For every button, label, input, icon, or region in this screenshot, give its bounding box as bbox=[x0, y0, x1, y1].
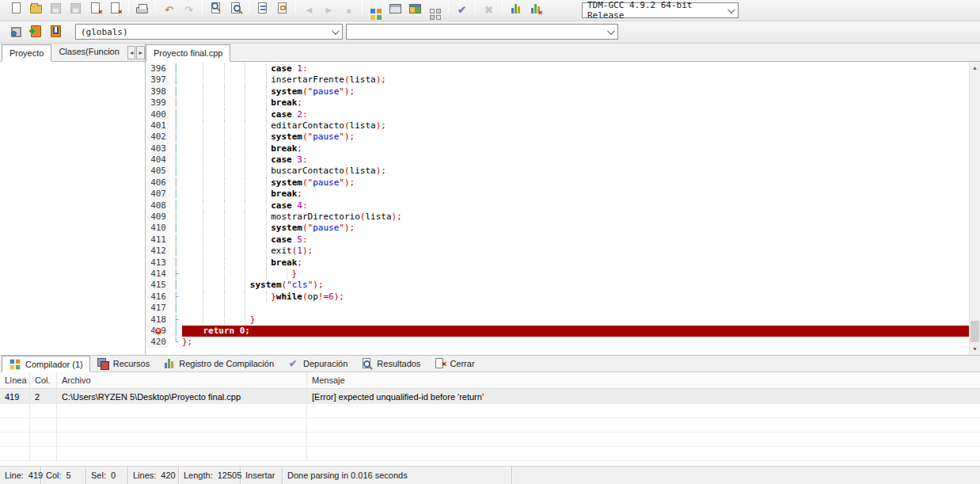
code-line-416[interactable]: 416├}while(op!=6); bbox=[146, 292, 969, 303]
code-line-405[interactable]: 405│buscarContacto(lista); bbox=[146, 166, 969, 177]
gutter-line-number[interactable]: 398 bbox=[146, 86, 169, 97]
report-tab-compile-log[interactable]: Registro de Compilación bbox=[156, 355, 280, 372]
gutter-line-number[interactable]: 411 bbox=[146, 234, 169, 246]
gutter-line-number[interactable]: 408 bbox=[146, 200, 169, 212]
compile-button[interactable] bbox=[366, 6, 386, 23]
fold-margin[interactable]: │ bbox=[169, 223, 182, 234]
compile-run-button[interactable] bbox=[405, 0, 425, 17]
gutter-line-number[interactable]: 413 bbox=[146, 257, 169, 269]
insert-button[interactable] bbox=[6, 24, 26, 41]
gutter-line-number[interactable]: 402 bbox=[146, 131, 169, 143]
class-browser-member-combo[interactable] bbox=[346, 24, 618, 40]
code-line-418[interactable]: 418├} bbox=[146, 314, 969, 326]
fold-margin[interactable]: │ bbox=[169, 234, 182, 246]
fold-margin[interactable]: │ bbox=[169, 166, 182, 177]
tab-clases-funciones[interactable]: Clases(Funcion bbox=[51, 44, 126, 61]
open-button[interactable] bbox=[26, 0, 46, 17]
code-line-398[interactable]: 398│system("pause"); bbox=[146, 86, 969, 97]
find-button[interactable] bbox=[206, 0, 226, 17]
fold-margin[interactable]: │ bbox=[169, 177, 182, 189]
goto-bookmarks-button[interactable] bbox=[46, 23, 66, 40]
code-line-396[interactable]: 396│case 1: bbox=[146, 63, 969, 74]
code-line-410[interactable]: 410│system("pause"); bbox=[146, 223, 969, 234]
code-line-400[interactable]: 400│case 2: bbox=[146, 109, 969, 120]
find-in-files-button[interactable] bbox=[226, 0, 245, 17]
profile-button[interactable] bbox=[506, 0, 526, 17]
gutter-line-number[interactable]: 409 bbox=[146, 212, 169, 223]
goto-function-button[interactable] bbox=[272, 0, 292, 17]
fold-margin[interactable]: │ bbox=[169, 200, 182, 212]
fold-margin[interactable]: │ bbox=[169, 143, 182, 154]
scroll-down-icon[interactable]: ▼ bbox=[970, 343, 980, 355]
scrollbar-thumb[interactable] bbox=[971, 321, 979, 342]
gutter-line-number[interactable]: 407 bbox=[146, 189, 169, 200]
tab-proyecto[interactable]: Proyecto bbox=[2, 44, 51, 62]
fold-margin[interactable]: │ bbox=[169, 97, 182, 109]
gutter-line-number[interactable]: 403 bbox=[146, 143, 169, 154]
fold-margin[interactable]: │ bbox=[169, 74, 182, 86]
gutter-line-number[interactable]: 399 bbox=[146, 97, 169, 109]
gutter-line-number[interactable]: 419 bbox=[146, 326, 169, 337]
code-line-417[interactable]: 417│ bbox=[146, 303, 969, 314]
gutter-line-number[interactable]: 414 bbox=[146, 269, 169, 280]
gutter-line-number[interactable]: 404 bbox=[146, 154, 169, 166]
code-line-408[interactable]: 408│case 4: bbox=[146, 200, 969, 212]
gutter-line-number[interactable]: 412 bbox=[146, 246, 169, 257]
new-file-button[interactable] bbox=[6, 0, 26, 17]
gutter-line-number[interactable]: 416 bbox=[146, 292, 169, 303]
scroll-up-icon[interactable]: ▲ bbox=[970, 62, 980, 74]
gutter-line-number[interactable]: 418 bbox=[146, 314, 169, 326]
gutter-line-number[interactable]: 417 bbox=[146, 303, 169, 314]
code-line-401[interactable]: 401│editarContacto(lista); bbox=[146, 120, 969, 131]
gutter-line-number[interactable]: 410 bbox=[146, 223, 169, 234]
gutter-line-number[interactable]: 420 bbox=[146, 337, 169, 348]
fold-margin[interactable]: │ bbox=[169, 120, 182, 131]
gutter-line-number[interactable]: 400 bbox=[146, 109, 169, 120]
class-browser-scope-combo[interactable]: (globals) bbox=[75, 24, 343, 40]
code-line-397[interactable]: 397│insertarFrente(lista); bbox=[146, 74, 969, 86]
goto-line-button[interactable] bbox=[253, 0, 272, 17]
tab-proyecto-final-cpp[interactable]: Proyecto final.cpp bbox=[146, 44, 230, 62]
code-line-414[interactable]: 414├} bbox=[146, 269, 969, 280]
fold-margin[interactable]: ├ bbox=[169, 314, 182, 326]
close-button[interactable]: × bbox=[85, 0, 105, 17]
code-line-419[interactable]: 419│return 0; bbox=[146, 326, 969, 337]
fold-margin[interactable]: │ bbox=[169, 189, 182, 200]
fold-margin[interactable]: │ bbox=[169, 257, 182, 269]
fold-margin[interactable]: │ bbox=[169, 280, 182, 291]
syntax-check-button[interactable]: ✔ bbox=[452, 2, 472, 19]
code-line-404[interactable]: 404│case 3: bbox=[146, 154, 969, 166]
run-button[interactable] bbox=[386, 0, 405, 17]
fold-margin[interactable]: │ bbox=[169, 131, 182, 143]
fold-margin[interactable]: └ bbox=[169, 337, 182, 348]
fold-margin[interactable]: ├ bbox=[169, 292, 182, 303]
code-editor[interactable]: 396│case 1:397│insertarFrente(lista);398… bbox=[146, 62, 980, 355]
code-line-399[interactable]: 399│break; bbox=[146, 97, 969, 109]
fold-margin[interactable]: │ bbox=[169, 212, 182, 223]
code-line-406[interactable]: 406│system("pause"); bbox=[146, 177, 969, 189]
fold-margin[interactable]: │ bbox=[169, 303, 182, 314]
code-line-415[interactable]: 415│system("cls"); bbox=[146, 280, 969, 291]
fold-margin[interactable]: │ bbox=[169, 63, 182, 74]
fold-margin[interactable]: │ bbox=[169, 154, 182, 166]
gutter-line-number[interactable]: 401 bbox=[146, 120, 169, 131]
editor-vertical-scrollbar[interactable]: ▲ ▼ bbox=[969, 62, 980, 355]
project-panel[interactable] bbox=[0, 62, 146, 355]
gutter-line-number[interactable]: 405 bbox=[146, 166, 169, 177]
undo-button[interactable]: ↶ bbox=[159, 2, 179, 19]
close-all-button[interactable]: × bbox=[105, 0, 125, 17]
tab-scroll-left-button[interactable]: ◄ bbox=[127, 46, 136, 59]
gutter-line-number[interactable]: 415 bbox=[146, 280, 169, 291]
code-line-420[interactable]: 420└}; bbox=[146, 337, 969, 348]
report-tab-close-red[interactable]: ×Cerrar bbox=[427, 355, 481, 372]
profile-delete-button[interactable]: × bbox=[526, 0, 545, 17]
gutter-line-number[interactable]: 406 bbox=[146, 177, 169, 189]
compiler-select[interactable]: TDM-GCC 4.9.2 64-bit Release bbox=[582, 2, 739, 18]
gutter-line-number[interactable]: 396 bbox=[146, 63, 169, 74]
gutter-line-number[interactable]: 397 bbox=[146, 74, 169, 86]
fold-margin[interactable]: │ bbox=[169, 109, 182, 120]
print-button[interactable] bbox=[132, 0, 152, 17]
fold-margin[interactable]: ├ bbox=[169, 269, 182, 280]
code-line-403[interactable]: 403│break; bbox=[146, 143, 969, 154]
error-row[interactable]: 4192C:\Users\RYZEN 5\Desktop\Proyecto fi… bbox=[0, 389, 980, 404]
